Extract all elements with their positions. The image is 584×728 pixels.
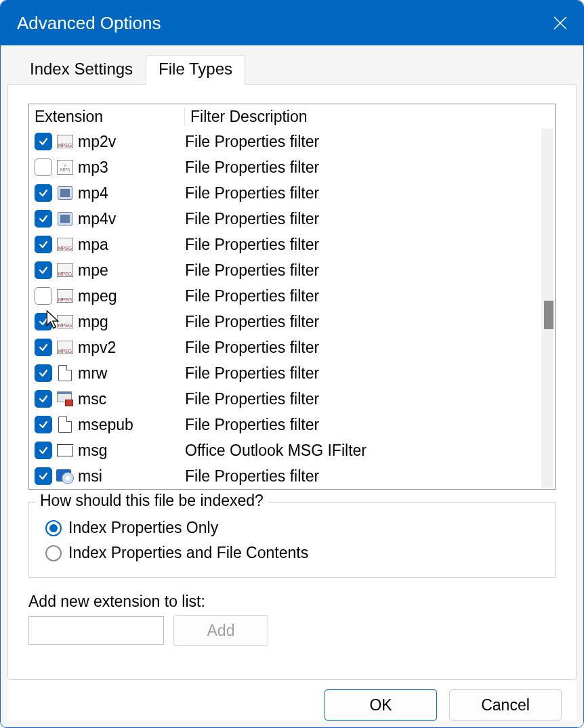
radio-icon: [45, 545, 62, 561]
dialog-button-bar: OK Cancel: [7, 680, 577, 721]
row-extension: msc: [78, 390, 185, 408]
table-row[interactable]: mrwFile Properties filter: [29, 360, 555, 386]
radio-label: Index Properties Only: [68, 519, 218, 537]
table-row[interactable]: MPEGmpv2File Properties filter: [29, 335, 555, 360]
video-file-icon: [56, 210, 74, 228]
mp3-file-icon: ♪MP3: [56, 158, 74, 176]
row-filter-description: File Properties filter: [185, 339, 555, 357]
radio-icon: [45, 520, 62, 536]
table-row[interactable]: MPEGmpaFile Properties filter: [29, 232, 555, 257]
disc-file-icon: [56, 467, 74, 485]
row-filter-description: File Properties filter: [185, 287, 555, 305]
radio-label: Index Properties and File Contents: [68, 544, 308, 562]
row-extension: mpg: [78, 313, 185, 331]
tab-panel-file-types: Extension Filter Description MPEGmp2vFil…: [7, 84, 577, 680]
row-checkbox[interactable]: [35, 339, 52, 356]
row-checkbox[interactable]: [35, 364, 52, 382]
ok-button[interactable]: OK: [325, 689, 437, 721]
add-extension-input[interactable]: [28, 616, 164, 645]
mpeg-file-icon: MPEG: [56, 133, 74, 150]
column-filter-description[interactable]: Filter Description: [185, 108, 555, 126]
row-extension: msepub: [78, 416, 185, 434]
table-row[interactable]: msgOffice Outlook MSG IFilter: [29, 437, 555, 463]
row-filter-description: File Properties filter: [185, 236, 555, 254]
table-row[interactable]: msepubFile Properties filter: [29, 412, 555, 437]
row-checkbox[interactable]: [35, 442, 52, 459]
list-header: Extension Filter Description: [29, 104, 555, 129]
radio-index-properties-and-contents[interactable]: Index Properties and File Contents: [45, 544, 543, 562]
mpeg-file-icon: MPEG: [56, 236, 74, 253]
content-area: Index Settings File Types Extension Filt…: [1, 45, 583, 727]
row-extension: mpeg: [78, 287, 185, 305]
mpeg-file-icon: MPEG: [56, 261, 74, 279]
msg-file-icon: [56, 442, 74, 459]
row-filter-description: File Properties filter: [185, 261, 555, 280]
row-checkbox[interactable]: [35, 416, 52, 433]
row-filter-description: File Properties filter: [185, 467, 555, 486]
row-filter-description: File Properties filter: [185, 364, 555, 383]
list-body: MPEGmp2vFile Properties filter♪MP3mp3Fil…: [29, 129, 555, 489]
page-file-icon: [56, 364, 74, 382]
index-mode-group: How should this file be indexed? Index P…: [28, 502, 556, 578]
row-filter-description: File Properties filter: [185, 133, 555, 151]
table-row[interactable]: MPEGmpegFile Properties filter: [29, 283, 555, 309]
video-file-icon: [56, 184, 74, 202]
msc-file-icon: [56, 390, 74, 408]
index-mode-legend: How should this file be indexed?: [36, 492, 268, 510]
mpeg-file-icon: MPEG: [56, 313, 74, 330]
file-types-list[interactable]: Extension Filter Description MPEGmp2vFil…: [28, 104, 556, 490]
row-extension: mrw: [78, 364, 185, 383]
table-row[interactable]: mscFile Properties filter: [29, 386, 555, 412]
page-file-icon: [56, 416, 74, 433]
row-extension: mp4: [78, 184, 185, 202]
row-extension: mpv2: [78, 339, 185, 357]
radio-index-properties-only[interactable]: Index Properties Only: [45, 519, 543, 537]
table-row[interactable]: ♪MP3mp3File Properties filter: [29, 154, 555, 180]
row-extension: mp2v: [78, 133, 185, 151]
row-filter-description: Office Outlook MSG IFilter: [185, 442, 555, 460]
row-extension: msg: [78, 442, 185, 460]
tab-strip: Index Settings File Types: [17, 55, 577, 84]
row-extension: mp3: [78, 158, 185, 177]
row-filter-description: File Properties filter: [185, 158, 555, 177]
row-checkbox[interactable]: [35, 390, 52, 408]
row-checkbox[interactable]: [35, 287, 52, 305]
row-filter-description: File Properties filter: [185, 210, 555, 228]
mpeg-file-icon: MPEG: [56, 287, 74, 305]
row-extension: mp4v: [78, 210, 185, 228]
column-extension[interactable]: Extension: [29, 108, 185, 126]
titlebar: Advanced Options: [1, 1, 583, 45]
scrollbar-thumb[interactable]: [544, 301, 554, 329]
row-checkbox[interactable]: [35, 236, 52, 253]
row-checkbox[interactable]: [35, 184, 52, 202]
add-button[interactable]: Add: [173, 615, 268, 646]
cancel-button[interactable]: Cancel: [449, 689, 562, 721]
row-checkbox[interactable]: [35, 313, 52, 330]
row-checkbox[interactable]: [35, 158, 52, 176]
close-button[interactable]: [551, 14, 570, 33]
table-row[interactable]: MPEGmpgFile Properties filter: [29, 309, 555, 335]
row-checkbox[interactable]: [35, 467, 52, 485]
table-row[interactable]: MPEGmp2vFile Properties filter: [29, 129, 555, 154]
row-filter-description: File Properties filter: [185, 313, 555, 331]
table-row[interactable]: MPEGmpeFile Properties filter: [29, 257, 555, 283]
window-title: Advanced Options: [17, 13, 551, 34]
row-filter-description: File Properties filter: [185, 416, 555, 434]
table-row[interactable]: mp4File Properties filter: [29, 180, 555, 206]
row-extension: msi: [78, 467, 185, 486]
row-checkbox[interactable]: [35, 261, 52, 279]
add-extension-label: Add new extension to list:: [28, 593, 556, 611]
row-filter-description: File Properties filter: [185, 184, 555, 202]
tab-file-types[interactable]: File Types: [146, 55, 245, 85]
advanced-options-dialog: Advanced Options Index Settings File Typ…: [0, 0, 584, 728]
row-extension: mpe: [78, 261, 185, 280]
row-filter-description: File Properties filter: [185, 390, 555, 408]
row-extension: mpa: [78, 236, 185, 254]
row-checkbox[interactable]: [35, 133, 52, 150]
table-row[interactable]: mp4vFile Properties filter: [29, 206, 555, 232]
mpeg-file-icon: MPEG: [56, 339, 74, 356]
row-checkbox[interactable]: [35, 210, 52, 228]
tab-index-settings[interactable]: Index Settings: [17, 55, 146, 84]
table-row[interactable]: msiFile Properties filter: [29, 463, 555, 489]
add-extension-row: Add: [28, 615, 556, 646]
